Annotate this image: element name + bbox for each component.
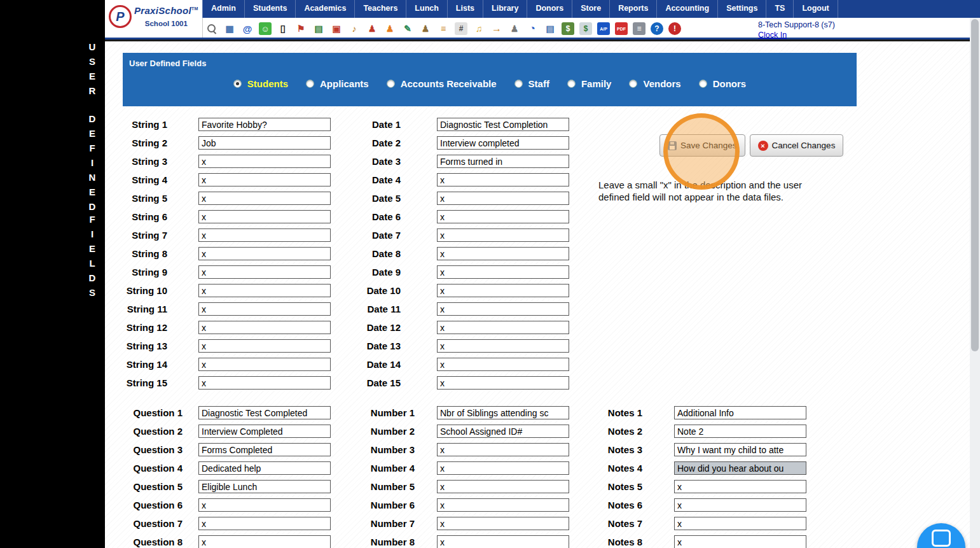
add-student-icon[interactable]: ♟ [366, 22, 378, 35]
date-13-input[interactable] [437, 339, 569, 353]
nav-item-donors[interactable]: Donors [527, 0, 572, 18]
note-8-input[interactable] [674, 535, 806, 548]
mobile-phone-icon[interactable]: ▯ [277, 22, 289, 35]
nav-item-lunch[interactable]: Lunch [406, 0, 448, 18]
nav-item-ts[interactable]: TS [766, 0, 794, 18]
number-3-input[interactable] [437, 443, 569, 456]
nav-item-academics[interactable]: Academics [296, 0, 355, 18]
note-6-input[interactable] [674, 498, 806, 512]
question-7-input[interactable] [198, 517, 331, 530]
tab-students[interactable]: Students [233, 78, 288, 89]
string-12-input[interactable] [198, 321, 331, 334]
radio-accounts-receivable[interactable] [387, 80, 395, 88]
nav-item-lists[interactable]: Lists [448, 0, 483, 18]
string-8-input[interactable] [198, 247, 331, 260]
string-14-input[interactable] [198, 358, 331, 371]
tab-applicants[interactable]: Applicants [306, 78, 369, 89]
string-10-input[interactable] [198, 284, 331, 297]
clock-in-link[interactable]: Clock In [758, 31, 787, 39]
help-icon[interactable]: ? [651, 22, 663, 35]
photo-report-icon[interactable]: ▤ [312, 22, 325, 35]
string-9-input[interactable] [198, 265, 331, 279]
nav-item-teachers[interactable]: Teachers [355, 0, 406, 18]
question-4-input[interactable] [198, 461, 331, 475]
spreadsheet-icon[interactable]: ▦ [223, 22, 236, 35]
tab-accounts-receivable[interactable]: Accounts Receivable [387, 78, 497, 89]
question-5-input[interactable] [198, 480, 331, 493]
tab-staff[interactable]: Staff [514, 78, 549, 89]
print-checks-icon[interactable]: $ [579, 22, 592, 35]
string-3-input[interactable] [198, 155, 331, 168]
chat-icon[interactable]: ☺ [259, 22, 272, 35]
date-8-input[interactable] [437, 247, 569, 260]
question-3-input[interactable] [198, 443, 331, 456]
number-2-input[interactable] [437, 425, 569, 438]
string-13-input[interactable] [198, 339, 331, 353]
tab-donors[interactable]: Donors [699, 78, 747, 89]
date-3-input[interactable] [437, 155, 569, 168]
edit-icon[interactable]: ✎ [401, 22, 414, 35]
clock-icon[interactable]: ◔ [526, 22, 539, 35]
nav-item-accounting[interactable]: Accounting [657, 0, 718, 18]
note-7-input[interactable] [674, 517, 806, 530]
email-icon[interactable]: @ [241, 22, 254, 35]
date-12-input[interactable] [437, 321, 569, 334]
string-5-input[interactable] [198, 192, 331, 205]
date-6-input[interactable] [437, 210, 569, 223]
alert-icon[interactable]: ! [668, 22, 681, 35]
calendar-icon[interactable]: ▣ [330, 22, 343, 35]
payment-icon[interactable]: $ [562, 22, 574, 35]
accounts-payable-icon[interactable]: A/P [597, 22, 610, 35]
lunch-icon[interactable]: ≡ [437, 22, 450, 35]
string-4-input[interactable] [198, 173, 331, 186]
string-7-input[interactable] [198, 228, 331, 242]
date-7-input[interactable] [437, 228, 569, 242]
string-1-input[interactable] [198, 118, 331, 131]
nav-item-logout[interactable]: Logout [794, 0, 838, 18]
number-7-input[interactable] [437, 517, 569, 530]
radio-donors[interactable] [699, 80, 707, 88]
calculator-icon[interactable]: # [455, 22, 467, 35]
note-4-input[interactable] [674, 461, 806, 475]
question-6-input[interactable] [198, 498, 331, 512]
string-6-input[interactable] [198, 210, 331, 223]
question-8-input[interactable] [198, 535, 331, 548]
question-1-input[interactable] [198, 406, 331, 419]
number-5-input[interactable] [437, 480, 569, 493]
pdf-icon[interactable]: PDF [615, 22, 628, 35]
search-icon[interactable] [205, 22, 218, 35]
date-1-input[interactable] [437, 118, 569, 131]
number-6-input[interactable] [437, 498, 569, 512]
horn-icon[interactable]: ♫ [473, 22, 485, 35]
nav-item-admin[interactable]: Admin [202, 0, 245, 18]
string-11-input[interactable] [198, 302, 331, 316]
radio-staff[interactable] [514, 80, 523, 88]
nav-item-students[interactable]: Students [245, 0, 296, 18]
radio-vendors[interactable] [629, 80, 637, 88]
date-9-input[interactable] [437, 265, 569, 279]
tab-vendors[interactable]: Vendors [629, 78, 680, 89]
date-2-input[interactable] [437, 136, 569, 150]
scrollbar[interactable] [970, 18, 980, 548]
student-icon[interactable]: ♟ [383, 22, 396, 35]
note-1-input[interactable] [674, 406, 806, 419]
scrollbar-thumb[interactable] [971, 19, 979, 351]
number-1-input[interactable] [437, 406, 569, 419]
radio-applicants[interactable] [306, 80, 314, 88]
number-4-input[interactable] [437, 461, 569, 475]
number-8-input[interactable] [437, 535, 569, 548]
nav-item-reports[interactable]: Reports [610, 0, 657, 18]
save-changes-button[interactable]: Save Changes [659, 134, 745, 157]
export-icon[interactable]: → [490, 22, 503, 35]
radio-students[interactable] [233, 80, 242, 88]
date-15-input[interactable] [437, 376, 569, 390]
note-2-input[interactable] [674, 425, 806, 438]
question-2-input[interactable] [198, 425, 331, 438]
note-3-input[interactable] [674, 443, 806, 456]
brand-logo[interactable]: P PraxiSchoolTM School 1001 [105, 0, 202, 39]
printer-icon[interactable]: ≡ [633, 22, 645, 35]
date-11-input[interactable] [437, 302, 569, 316]
radio-family[interactable] [567, 80, 576, 88]
families-icon[interactable]: ♟ [419, 22, 432, 35]
nav-item-library[interactable]: Library [483, 0, 527, 18]
